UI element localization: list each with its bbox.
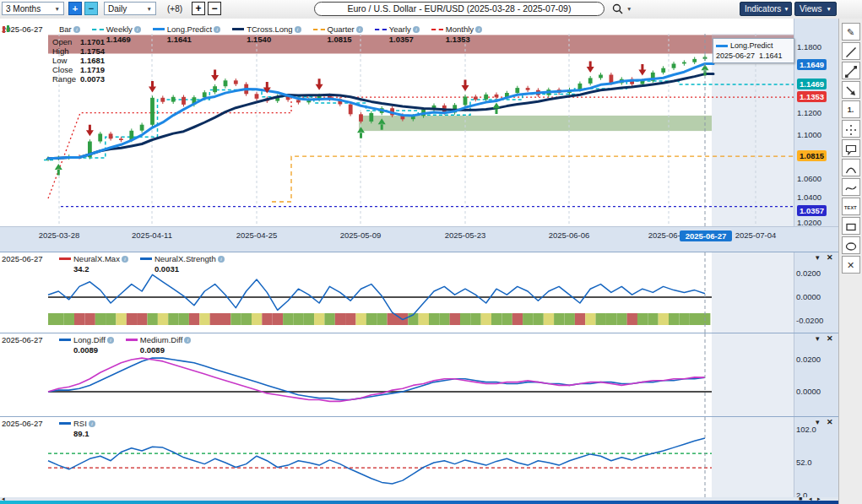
pencil-icon: ✎ [847,27,854,37]
zoom-in-button[interactable]: + [68,2,82,15]
collapse-panel-button[interactable]: ▾ [816,418,820,426]
value-axis-label: 0.0200 [796,268,821,278]
period-select[interactable]: Daily ▼ [104,2,156,15]
close-panel-button[interactable]: ✕ [827,334,833,343]
medium-diff-icon [126,339,138,341]
signal-strip-cell [533,313,543,325]
callout-tool-button[interactable] [842,139,860,157]
info-icon: i [134,26,141,33]
date-axis-label: 2025-04-25 [226,230,287,240]
indicators-button[interactable]: Indicators ▼ [740,2,792,16]
signal-strip-cell [648,313,658,325]
signal-strip-cell [210,313,220,325]
signal-strip-cell [293,313,303,325]
signal-strip-cell [596,313,606,325]
signal-strip-cell [679,313,689,325]
signal-strip-cell [168,313,178,325]
signal-strip-cell [179,313,189,325]
ellipse-tool-button[interactable] [842,236,860,254]
caret-down-icon: ▼ [147,6,152,12]
legend-item-medium-diff[interactable]: Medium.Diff i 0.0089 [126,335,192,355]
signal-strip-cell [501,313,512,325]
signal-strip-cell [460,313,470,325]
date-axis-label: 2025-06-06 [539,230,599,240]
legend-item-monthly[interactable]: Monthly i 1.1353 [431,24,482,44]
increase-bars-button[interactable]: + [192,2,205,15]
legend-item-bar[interactable]: Bar i [59,24,80,35]
collapse-panel-button[interactable]: ▾ [816,253,820,262]
close-panel-button[interactable]: ✕ [827,253,833,262]
quarter-line-icon [313,29,325,30]
date-axis-label: 2025-05-09 [330,230,391,240]
text-tool-button[interactable]: TEXT [842,198,860,215]
rsi-canvas[interactable] [0,417,838,498]
signal-strip-cell [429,313,439,325]
indicator-line [48,358,705,401]
delete-drawing-button[interactable]: ✕ [842,256,860,274]
signal-strip-cell [84,313,95,325]
legend-item-quarter[interactable]: Quarter i 1.0815 [313,24,363,44]
numbered-label-tool-button[interactable]: 1. [842,100,860,118]
date-axis: 2025-03-282025-04-112025-04-252025-05-09… [0,226,838,252]
decrease-bars-button[interactable]: − [208,2,221,15]
arc-tool-button[interactable] [842,159,860,176]
dotted-cross-tool-button[interactable] [842,120,860,138]
search-button[interactable]: ▼ [611,3,632,15]
legend-item-weekly[interactable]: Weekly i 1.1469 [92,24,141,44]
signal-strip-cell [690,313,700,325]
info-icon: i [356,26,363,33]
signal-strip-cell [659,313,669,325]
signal-strip-cell [53,313,63,325]
price-axis-label: 1.0600 [797,174,821,183]
diff-axis [794,333,839,416]
rectangle-tool-button[interactable] [842,217,860,235]
legend-item-neuralx-strength[interactable]: NeuralX.Strength i 0.0031 [140,254,225,274]
legend-item-yearly[interactable]: Yearly i 1.0357 [375,24,420,44]
trendline-tool-button[interactable] [842,62,860,79]
signal-strip-cell [616,313,626,325]
signal-strip-cell [523,313,533,325]
wave-icon [844,182,858,195]
trendline-icon [844,65,858,79]
caret-down-icon: ▼ [626,6,632,12]
legend-item-rsi[interactable]: RSI i 89.1 [59,419,95,438]
value-axis-label: -0.0200 [796,316,823,325]
long-diff-icon [59,339,71,341]
line-tool-button[interactable] [842,42,860,60]
caret-down-icon: ▼ [55,6,60,12]
legend-item-neuralx-max[interactable]: NeuralX.Max i 34.2 [59,254,128,274]
symbol-title[interactable]: Euro / U.S. Dollar - EUR/USD (2025-03-28… [314,2,604,16]
arrow-tool-button[interactable] [842,81,860,99]
close-panel-button[interactable]: ✕ [827,418,833,426]
price-axis-label: 1.0400 [797,192,821,202]
signal-strip-cell [575,313,585,325]
info-icon: i [413,26,420,33]
cursor-date: 2025-06-27 [2,419,47,428]
signal-strip-cell [606,313,616,325]
range-select[interactable]: 3 Months ▼ [2,2,64,15]
zoom-out-button[interactable]: − [84,2,98,15]
legend-item-long-predict[interactable]: Long.Predict i 1.1641 [153,24,220,44]
pencil-tool-button[interactable]: ✎ [842,23,860,41]
sell-arrow-icon [462,80,469,92]
numbered-label-icon: 1. [848,106,854,114]
signal-strip-cell [324,313,334,325]
tcross-long-line-icon [232,28,244,30]
legend-item-long-diff[interactable]: Long.Diff i 0.0089 [59,335,114,355]
sell-arrow-icon [316,79,323,90]
rsi-line-icon [59,422,71,425]
date-axis-label: 2025-07-04 [725,230,786,240]
weekly-line-icon [92,29,104,30]
info-icon: i [475,26,482,33]
collapse-panel-button[interactable]: ▾ [816,334,820,343]
rsi-legend: 2025-06-27 RSI i 89.1 [2,419,95,438]
signal-strip-cell [252,313,262,325]
main-chart-panel: 1.18001.16491.14691.13531.12001.10001.08… [0,19,838,252]
legend-item-tcross-long[interactable]: TCross.Long i 1.1540 [232,24,301,44]
signal-strip-cell [554,313,564,325]
yearly-line-icon [375,29,387,30]
signal-strip-cell [481,313,491,325]
views-button[interactable]: Views ▼ [794,2,837,16]
wave-tool-button[interactable] [842,178,860,196]
price-axis-label: 1.1353 [797,91,827,102]
